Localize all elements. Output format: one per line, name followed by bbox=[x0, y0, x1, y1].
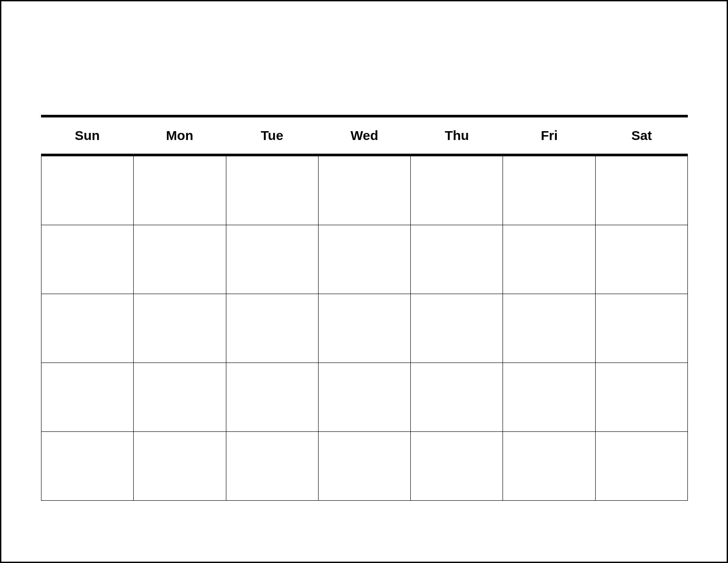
day-header-wed: Wed bbox=[318, 117, 410, 154]
day-header-sun: Sun bbox=[41, 117, 133, 154]
calendar-cell bbox=[503, 294, 595, 363]
calendar-cell bbox=[319, 156, 411, 225]
calendar-cell bbox=[41, 225, 134, 294]
calendar-cell bbox=[411, 363, 503, 432]
calendar-cell bbox=[503, 225, 595, 294]
calendar-cell bbox=[596, 432, 688, 501]
calendar-cell bbox=[411, 432, 503, 501]
day-header-sat: Sat bbox=[596, 117, 688, 154]
day-header-tue: Tue bbox=[226, 117, 318, 154]
calendar-cell bbox=[411, 156, 503, 225]
calendar-cell bbox=[226, 225, 319, 294]
calendar-cell bbox=[226, 432, 319, 501]
calendar-cell bbox=[134, 225, 226, 294]
calendar-cell bbox=[596, 156, 688, 225]
calendar-cell bbox=[319, 225, 411, 294]
calendar-cell bbox=[41, 156, 134, 225]
calendar-cell bbox=[503, 156, 595, 225]
calendar-cell bbox=[134, 294, 226, 363]
calendar-cell bbox=[41, 363, 134, 432]
calendar-cell bbox=[596, 225, 688, 294]
calendar-cell bbox=[226, 363, 319, 432]
calendar-cell bbox=[319, 432, 411, 501]
calendar-cell bbox=[41, 294, 134, 363]
calendar-cell bbox=[411, 225, 503, 294]
calendar-cell bbox=[319, 363, 411, 432]
calendar-cell bbox=[411, 294, 503, 363]
calendar-cell bbox=[226, 156, 319, 225]
calendar-cell bbox=[41, 432, 134, 501]
day-header-thu: Thu bbox=[411, 117, 503, 154]
calendar-cell bbox=[226, 294, 319, 363]
calendar-cell bbox=[319, 294, 411, 363]
calendar-cell bbox=[134, 432, 226, 501]
calendar-cell bbox=[596, 363, 688, 432]
day-header-fri: Fri bbox=[503, 117, 595, 154]
calendar-cell bbox=[503, 432, 595, 501]
calendar-page: Sun Mon Tue Wed Thu Fri Sat bbox=[0, 0, 728, 563]
calendar-cell bbox=[134, 156, 226, 225]
calendar-cell bbox=[134, 363, 226, 432]
calendar-cell bbox=[596, 294, 688, 363]
calendar-grid bbox=[41, 156, 688, 501]
calendar: Sun Mon Tue Wed Thu Fri Sat bbox=[41, 115, 688, 501]
calendar-cell bbox=[503, 363, 595, 432]
calendar-header-row: Sun Mon Tue Wed Thu Fri Sat bbox=[41, 115, 688, 156]
day-header-mon: Mon bbox=[133, 117, 225, 154]
